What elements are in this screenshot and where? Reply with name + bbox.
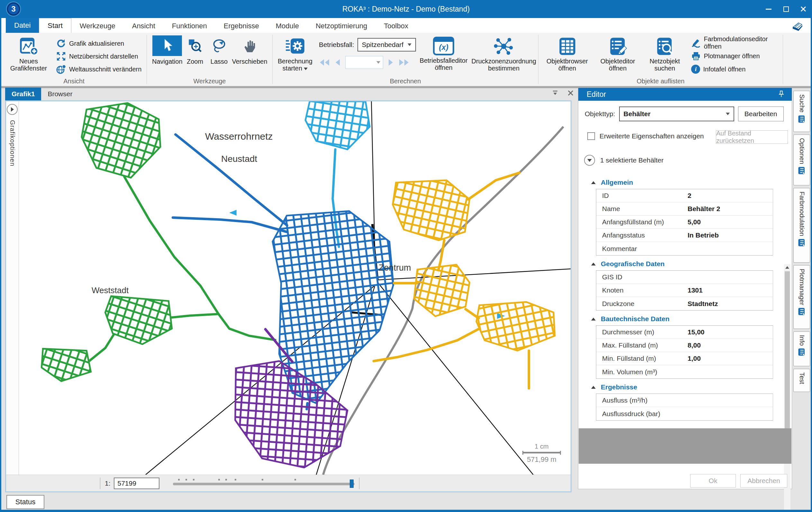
side-tab-test[interactable]: Test [793,369,810,392]
betriebsfall-editor-button[interactable]: (x) Betriebsfalleditor öffnen [418,35,470,73]
network-overview-button[interactable]: Netzübersicht darstellen [56,50,141,62]
property-row[interactable]: Durchmesser (m) 15,00 [596,326,773,339]
tab-netzoptimierung[interactable]: Netzoptimierung [307,19,375,33]
selection-expand-button[interactable] [584,155,595,166]
tab-datei[interactable]: Datei [6,18,39,33]
scroll-thumb[interactable] [785,271,790,432]
tab-werkzeuge[interactable]: Werkzeuge [71,19,124,33]
tab-module[interactable]: Module [267,19,307,33]
tab-start[interactable]: Start [39,18,71,33]
pressure-zone-button[interactable]: Druckzonenzuordnung bestimmen [470,35,538,73]
property-row[interactable]: ID 2 [596,189,773,203]
section-header-bautechnische-daten[interactable]: Bautechnische Daten [578,313,783,325]
refresh-graphic-button[interactable]: Grafik aktualisieren [56,37,141,50]
close-button[interactable] [799,5,808,13]
property-row[interactable]: Ausfluss (m³/h) [596,394,773,407]
scale-prefix-label: 1: [105,480,111,487]
new-graphic-window-button[interactable]: Neues Grafikfenster [4,35,53,73]
ok-button[interactable]: Ok [690,474,736,488]
objekttyp-select[interactable]: Behälter [619,107,734,121]
advanced-properties-checkbox[interactable] [587,132,595,140]
plot-manager-button[interactable]: Plotmanager öffnen [691,50,780,62]
step-forward-button[interactable] [388,58,394,66]
timestep-combobox[interactable] [345,56,383,69]
expand-arrows-icon [56,51,66,61]
cancel-button[interactable]: Abbrechen [740,474,787,488]
zoom-tool-button[interactable]: Zoom [182,35,208,65]
section-header-allgemein[interactable]: Allgemein [578,177,783,188]
object-editor-button[interactable]: Objekteditor öffnen [593,35,643,73]
auto-hide-icon[interactable] [552,89,559,97]
pan-tool-button[interactable]: Verschieben [231,35,269,65]
calculation-gear-icon [285,37,305,56]
start-calculation-button[interactable]: Berechnung starten [276,35,314,73]
tab-funktionen[interactable]: Funktionen [164,19,215,33]
property-row[interactable]: Anfangsstatus In Betrieb [596,229,773,242]
section-header-ergebnisse[interactable]: Ergebnisse [578,381,783,393]
property-row[interactable]: Knoten 1301 [596,284,773,297]
expand-options-button[interactable] [7,104,18,115]
slider-handle[interactable] [350,480,354,488]
status-tab[interactable]: Status [6,495,45,509]
tab-grafik1[interactable]: Grafik1 [5,87,41,100]
scroll-up-button[interactable] [784,264,790,271]
property-row[interactable]: Kommentar [596,242,773,255]
object-browser-button[interactable]: Objektbrowser öffnen [542,35,593,73]
tab-browser[interactable]: Browser [41,87,79,100]
ribbon-group-werkzeuge: Navigation Zoom Lasso [147,33,272,86]
map-label-zentrum: Zentrum [379,263,411,273]
step-back-button[interactable] [334,58,341,66]
side-tab-optionen[interactable]: Optionen [793,135,810,185]
color-modulation-editor-button[interactable]: Farbmodulationseditor öffnen [691,37,780,49]
reset-button[interactable]: Auf Bestand zurücksetzen [716,130,788,144]
property-row[interactable]: Name Behälter 2 [596,203,773,216]
tab-ergebnisse[interactable]: Ergebnisse [215,19,267,33]
step-last-button[interactable] [399,58,409,66]
help-book-icon[interactable] [791,20,804,31]
ribbon-group-ansicht: Neues Grafikfenster Grafik aktualisieren [1,33,147,86]
step-first-button[interactable] [319,58,330,66]
side-tab-info[interactable]: Info [793,331,810,366]
search-object-button[interactable]: Netzobjekt suchen [643,35,687,73]
property-row[interactable]: Druckzone Stadtnetz [596,297,773,310]
property-row[interactable]: Ausflussdruck (bar) [596,407,773,420]
collapse-icon [591,181,596,184]
minimize-button[interactable] [764,5,773,13]
pin-icon[interactable] [777,90,785,99]
map-canvas[interactable]: Wasserrohrnetz Neustadt Weststadt Zentru… [19,101,571,475]
scroll-down-button[interactable] [784,510,790,512]
map-panel: Grafikoptionen [5,100,572,492]
selection-row: 1 selektierte Behälter [584,155,664,166]
side-tab-suche[interactable]: Suche [793,91,810,132]
globe-icon [56,64,66,74]
ribbon-tab-row: Datei Start Werkzeuge Ansicht Funktionen… [1,18,811,33]
scale-input[interactable] [114,478,160,489]
ribbon-group-berechnen: Berechnung starten Betriebsfall: Spitzen… [272,33,538,86]
side-tab-plotmanager[interactable]: Plotmanager [793,265,810,329]
info-panel-button[interactable]: i Infotafel öffnen [691,63,780,75]
slider-track[interactable] [173,483,354,485]
advanced-properties-label: Erweiterte Eigenschaften anzeigen [600,132,704,140]
zoom-icon [182,35,208,56]
mini-editor-icon [798,167,806,174]
property-row[interactable]: Max. Füllstand (m) 8,00 [596,339,773,352]
property-row[interactable]: Min. Volumen (m³) [596,365,773,378]
betriebsfall-select[interactable]: Spitzenbedarf [357,38,416,52]
world-extent-button[interactable]: Weltausschnitt verändern [56,63,141,75]
tab-ansicht[interactable]: Ansicht [124,19,164,33]
tab-toolbox[interactable]: Toolbox [375,19,416,33]
maximize-button[interactable] [782,5,790,13]
close-panel-icon[interactable] [567,89,574,97]
section-header-geografische-daten[interactable]: Geografische Daten [578,258,783,270]
network-nodes-icon [493,37,514,56]
property-row[interactable]: Anfangsfüllstand (m) 5,00 [596,216,773,229]
graphic-tab-strip: Grafik1 Browser [5,87,572,100]
side-tab-farbmodulation[interactable]: Farbmodulation [793,188,810,263]
lasso-tool-button[interactable]: Lasso [208,35,231,65]
property-row[interactable]: GIS ID [596,271,773,284]
bearbeiten-button[interactable]: Bearbeiten [738,107,784,121]
property-row[interactable]: Min. Füllstand (m) 1,00 [596,352,773,365]
navigation-tool-button[interactable]: Navigation [152,35,182,65]
refresh-icon [56,38,66,49]
scale-slider[interactable] [173,477,354,490]
